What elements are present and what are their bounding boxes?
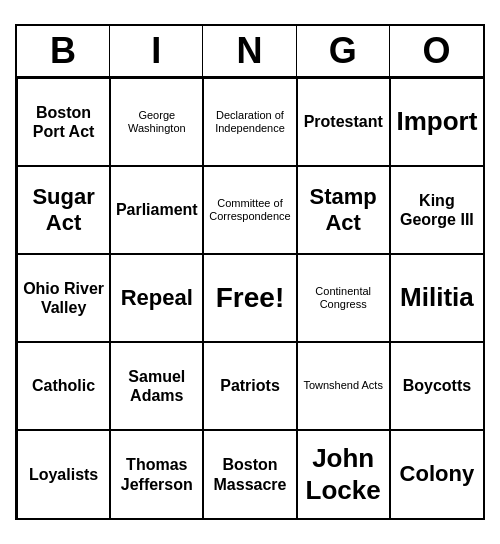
bingo-grid: Boston Port ActGeorge WashingtonDeclarat… — [17, 78, 483, 518]
header-letter: I — [110, 26, 203, 76]
cell-text: Continental Congress — [302, 285, 385, 311]
bingo-card: BINGO Boston Port ActGeorge WashingtonDe… — [15, 24, 485, 520]
bingo-cell[interactable]: Import — [390, 78, 483, 166]
cell-text: Stamp Act — [302, 184, 385, 237]
bingo-cell[interactable]: Ohio River Valley — [17, 254, 110, 342]
bingo-cell[interactable]: Boycotts — [390, 342, 483, 430]
bingo-cell[interactable]: Boston Port Act — [17, 78, 110, 166]
bingo-cell[interactable]: Continental Congress — [297, 254, 390, 342]
header-letter: B — [17, 26, 110, 76]
bingo-cell[interactable]: Thomas Jefferson — [110, 430, 203, 518]
bingo-cell[interactable]: Patriots — [203, 342, 296, 430]
bingo-cell[interactable]: Parliament — [110, 166, 203, 254]
bingo-cell[interactable]: Declaration of Independence — [203, 78, 296, 166]
cell-text: Thomas Jefferson — [115, 455, 198, 493]
bingo-cell[interactable]: Repeal — [110, 254, 203, 342]
bingo-cell[interactable]: Samuel Adams — [110, 342, 203, 430]
cell-text: Boycotts — [403, 376, 471, 395]
cell-text: Samuel Adams — [115, 367, 198, 405]
cell-text: Militia — [400, 282, 474, 313]
cell-text: Free! — [216, 281, 284, 315]
cell-text: Boston Massacre — [208, 455, 291, 493]
bingo-header: BINGO — [17, 26, 483, 78]
cell-text: Parliament — [116, 200, 198, 219]
bingo-cell[interactable]: Boston Massacre — [203, 430, 296, 518]
bingo-cell[interactable]: Sugar Act — [17, 166, 110, 254]
bingo-cell[interactable]: Townshend Acts — [297, 342, 390, 430]
cell-text: Import — [396, 106, 477, 137]
cell-text: Loyalists — [29, 465, 98, 484]
bingo-cell[interactable]: John Locke — [297, 430, 390, 518]
cell-text: Declaration of Independence — [208, 109, 291, 135]
cell-text: Patriots — [220, 376, 280, 395]
cell-text: John Locke — [302, 443, 385, 505]
cell-text: Repeal — [121, 285, 193, 311]
cell-text: Catholic — [32, 376, 95, 395]
cell-text: Townshend Acts — [303, 379, 383, 392]
bingo-cell[interactable]: Colony — [390, 430, 483, 518]
bingo-cell[interactable]: Stamp Act — [297, 166, 390, 254]
header-letter: G — [297, 26, 390, 76]
header-letter: N — [203, 26, 296, 76]
cell-text: Colony — [400, 461, 475, 487]
bingo-cell[interactable]: King George III — [390, 166, 483, 254]
bingo-cell[interactable]: Loyalists — [17, 430, 110, 518]
bingo-cell[interactable]: Militia — [390, 254, 483, 342]
cell-text: Sugar Act — [22, 184, 105, 237]
cell-text: Protestant — [304, 112, 383, 131]
cell-text: George Washington — [115, 109, 198, 135]
header-letter: O — [390, 26, 483, 76]
cell-text: Committee of Correspondence — [208, 197, 291, 223]
cell-text: Boston Port Act — [22, 103, 105, 141]
bingo-cell[interactable]: Catholic — [17, 342, 110, 430]
bingo-cell[interactable]: Free! — [203, 254, 296, 342]
cell-text: King George III — [395, 191, 479, 229]
cell-text: Ohio River Valley — [22, 279, 105, 317]
bingo-cell[interactable]: George Washington — [110, 78, 203, 166]
bingo-cell[interactable]: Protestant — [297, 78, 390, 166]
bingo-cell[interactable]: Committee of Correspondence — [203, 166, 296, 254]
